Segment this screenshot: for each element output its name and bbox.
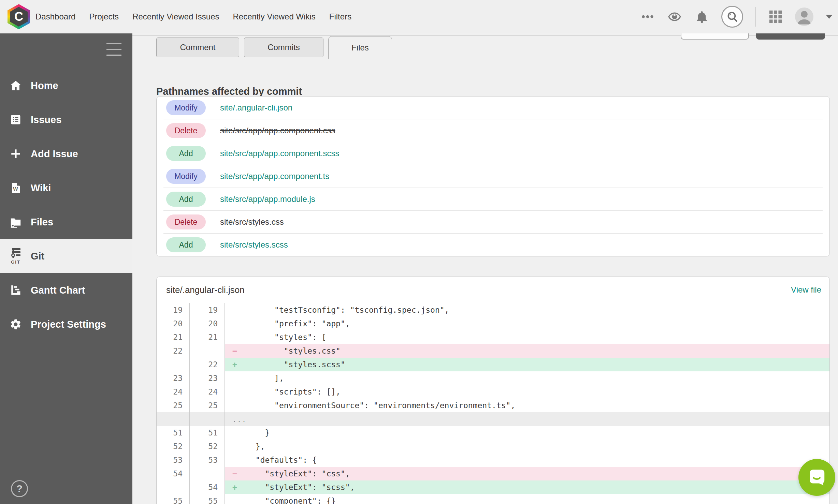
diff-table: 1919 "testTsconfig": "tsconfig.spec.json… [157,303,829,504]
sidebar-item-add-issue[interactable]: Add Issue [0,137,132,171]
nav-link-projects[interactable]: Projects [88,10,119,24]
code-line: "prefix": "app", [225,317,829,330]
file-change-row: Deletesite/src/app/app.component.css [157,119,829,142]
old-line-number [157,412,190,426]
gantt-icon [9,284,23,296]
diff-filename: site/.angular-cli.json [166,285,245,295]
chat-bubble-icon[interactable] [798,459,835,496]
new-line-number: 54 [190,480,225,494]
add-issue-icon [9,148,23,160]
tab-commits[interactable]: Commits [244,38,323,57]
diff-row: 1919 "testTsconfig": "tsconfig.spec.json… [157,303,829,317]
apps-grid-icon[interactable] [768,10,783,24]
code-line: + "styles.scss" [225,358,829,371]
action-badge-delete: Delete [166,123,206,138]
nav-link-recently-viewed-wikis[interactable]: Recently Viewed Wikis [232,10,316,24]
code-line: "environmentSource": "environments/envir… [225,399,829,412]
avatar[interactable] [795,8,813,26]
sidebar-item-label: Add Issue [31,148,78,160]
pathnames-card: Modifysite/.angular-cli.jsonDeletesite/s… [156,96,830,256]
old-line-number: 21 [157,330,190,344]
old-line-number: 53 [157,453,190,467]
tab-bar: CommentCommitsFiles [156,38,397,59]
code-line: "styles": [ [225,330,829,344]
file-path-link[interactable]: site/src/app/app.component.scss [220,149,339,158]
new-line-number: 20 [190,317,225,330]
old-line-number: 52 [157,440,190,453]
action-badge-modify: Modify [166,100,206,115]
old-line-number [157,358,190,371]
diff-card: site/.angular-cli.json View file 1919 "t… [156,277,830,504]
app-logo[interactable]: C [8,4,30,29]
diff-row: 5151 } [157,426,829,440]
page-title: Pathnames affected by commit [156,86,302,97]
git-icon-caption: GIT [11,260,20,265]
top-navbar: C DashboardProjectsRecently Viewed Issue… [0,0,838,33]
code-line: }, [225,440,829,453]
sidebar-item-label: Wiki [31,182,51,194]
diff-row: 5555 "component": {} [157,494,829,504]
file-path-link[interactable]: site/src/app/app.module.js [220,194,315,204]
deleted-file-path: site/src/styles.css [220,217,284,227]
diff-header: site/.angular-cli.json View file [157,277,829,303]
file-path-link[interactable]: site/src/app/app.component.ts [220,172,329,181]
nav-link-dashboard[interactable]: Dashboard [35,10,76,24]
sidebar-item-home[interactable]: Home [0,69,132,103]
code-line: } [225,426,829,440]
tab-comment[interactable]: Comment [156,38,239,57]
caret-down-icon[interactable] [826,15,833,19]
more-icon[interactable] [641,10,654,24]
tab-files[interactable]: Files [328,36,392,59]
diff-row: 2121 "styles": [ [157,330,829,344]
code-line: "defaults": { [225,453,829,467]
new-line-number: 25 [190,399,225,412]
new-line-number: 51 [190,426,225,440]
file-change-row: Deletesite/src/styles.css [157,211,829,233]
action-badge-add: Add [166,237,206,252]
new-line-number: 23 [190,371,225,385]
old-line-number [157,480,190,494]
sidebar-item-label: Project Settings [31,319,106,330]
code-line: − "styles.css" [225,344,829,358]
sidebar-item-git[interactable]: GITGit [0,239,132,273]
diff-row: 2323 ], [157,371,829,385]
code-line: "testTsconfig": "tsconfig.spec.json", [225,303,829,317]
nav-link-filters[interactable]: Filters [329,10,352,24]
deleted-file-path: site/src/app/app.component.css [220,126,335,135]
diff-row: 2424 "scripts": [], [157,385,829,399]
file-path-link[interactable]: site/src/styles.scss [220,240,288,250]
settings-icon [9,318,23,330]
bell-icon[interactable] [695,10,709,24]
code-line: "component": {} [225,494,829,504]
sidebar-item-issues[interactable]: Issues [0,103,132,137]
sidebar: HomeIssuesAdd IssueWWikiFilesGITGitGantt… [0,33,132,504]
eye-icon[interactable] [667,10,682,24]
diff-row: 54+ "styleExt": "scss", [157,480,829,494]
view-file-link[interactable]: View file [791,285,821,295]
action-badge-add: Add [166,192,206,207]
sidebar-item-files[interactable]: Files [0,205,132,239]
wiki-icon: W [9,182,23,194]
sidebar-item-gantt-chart[interactable]: Gantt Chart [0,273,132,307]
sidebar-item-wiki[interactable]: WWiki [0,171,132,205]
old-line-number: 51 [157,426,190,440]
sidebar-item-project-settings[interactable]: Project Settings [0,307,132,341]
diff-row: 22+ "styles.scss" [157,358,829,371]
git-icon: GIT [9,248,23,265]
code-line: ], [225,371,829,385]
main-content: CommentCommitsFiles Pathnames affected b… [132,33,838,504]
diff-row: ... [157,412,829,426]
nav-link-recently-viewed-issues[interactable]: Recently Viewed Issues [132,10,220,24]
diff-row: 5353 "defaults": { [157,453,829,467]
diff-row: 2020 "prefix": "app", [157,317,829,330]
new-line-number: 55 [190,494,225,504]
code-line: − "styleExt": "css", [225,467,829,480]
new-line-number: 19 [190,303,225,317]
old-line-number: 24 [157,385,190,399]
sidebar-item-label: Files [31,217,53,228]
help-icon[interactable]: ? [11,480,28,497]
hamburger-menu-icon[interactable] [106,43,121,60]
search-icon[interactable] [721,6,743,28]
file-path-link[interactable]: site/.angular-cli.json [220,103,292,113]
file-change-row: Modifysite/src/app/app.component.ts [157,165,829,188]
